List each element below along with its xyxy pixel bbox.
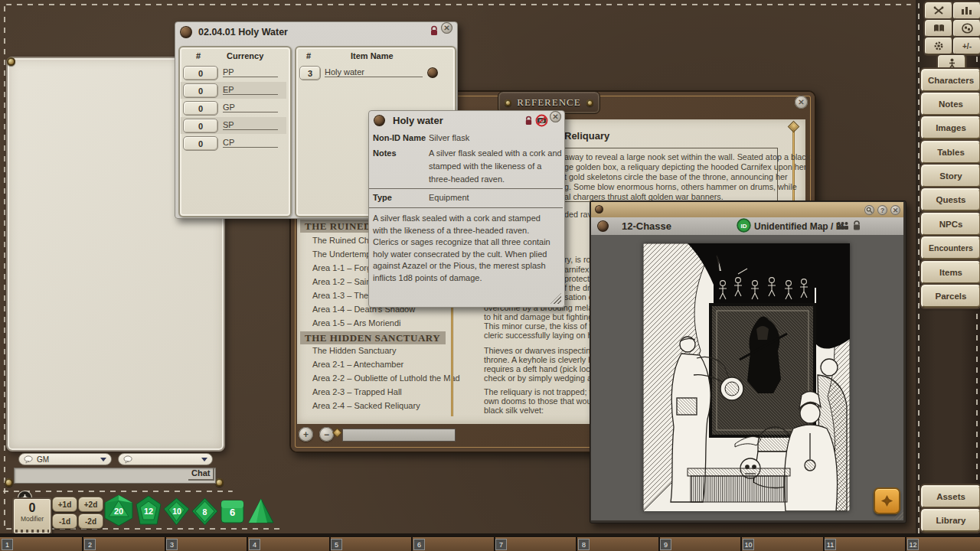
toolbar-modifiers-button[interactable]: +/- — [953, 37, 980, 54]
hotbar-slot[interactable]: 6 — [413, 539, 425, 550]
toc-section-ruined[interactable]: THE RUINED — [305, 220, 371, 233]
sidebar-item-images[interactable]: Images — [921, 116, 980, 139]
hotbar-slot[interactable]: 2 — [84, 539, 96, 550]
non-id-name-value[interactable]: Silver flask — [429, 133, 469, 142]
toolbar-book-button[interactable] — [925, 20, 952, 37]
chat-speaker-dropdown[interactable]: GM — [18, 453, 112, 465]
die-d6[interactable]: 6 — [220, 500, 244, 527]
chat-send-label[interactable]: Chat — [188, 468, 214, 481]
remove-two-dice-button[interactable]: -2d — [78, 514, 103, 529]
modifier-box[interactable]: 0 Modifier — [12, 497, 52, 535]
lock-icon[interactable] — [430, 25, 439, 39]
hotbar-slot[interactable]: 3 — [166, 539, 178, 550]
notes-value-line[interactable]: stamped with the likeness of a — [429, 161, 541, 171]
zoom-out-button[interactable]: − — [319, 427, 334, 442]
lock-icon[interactable] — [852, 220, 861, 234]
die-d4[interactable] — [247, 497, 275, 529]
reliquary-engraving[interactable] — [643, 243, 850, 511]
toc-item[interactable]: The Hidden Sanctuary — [312, 346, 396, 355]
toc-item[interactable]: Area 2-2 – Oubliette of Luthold the Mad — [312, 373, 460, 383]
item-qty-field[interactable]: 3 — [299, 66, 321, 80]
toolbar-tools-button[interactable] — [925, 2, 952, 19]
sidebar-item-story[interactable]: Story — [921, 165, 980, 187]
sidebar-item-characters[interactable]: Characters — [921, 69, 980, 92]
toolbar-dice-tower-button[interactable] — [953, 20, 980, 37]
hotbar-slot[interactable]: 1 — [2, 539, 13, 550]
hotbar-separator — [82, 537, 83, 551]
remove-die-button[interactable]: -1d — [52, 514, 77, 529]
image-zoom-tool-icon[interactable] — [864, 205, 874, 215]
toc-item[interactable]: Area 2-4 – Sacked Reliquary — [312, 401, 420, 410]
sidebar-item-npcs[interactable]: NPCs — [921, 213, 980, 236]
readaloud-line: away to reveal a large nook set within t… — [564, 152, 810, 161]
image-help-icon[interactable]: ? — [877, 205, 887, 215]
currency-qty-field[interactable]: 0 — [183, 66, 218, 80]
image-close-icon[interactable]: ✕ — [890, 205, 900, 215]
hotbar-slot[interactable]: 11 — [825, 539, 836, 550]
notes-value-line[interactable]: A silver flask sealed with a cork and — [429, 148, 562, 158]
currency-qty-field[interactable]: 0 — [183, 119, 218, 133]
chat-identity-dropdown[interactable] — [118, 453, 213, 465]
parcel-window-knob[interactable] — [180, 26, 192, 38]
sidebar-item-assets[interactable]: Assets — [921, 485, 980, 508]
fit-image-button[interactable] — [874, 487, 900, 514]
players-icon[interactable] — [836, 220, 849, 234]
svg-text:10: 10 — [172, 507, 181, 516]
sidebar-item-tables[interactable]: Tables — [921, 141, 980, 164]
svg-text:6: 6 — [230, 507, 235, 518]
hotbar-slot[interactable]: 4 — [249, 539, 260, 550]
toolbar-effects-button[interactable] — [953, 2, 980, 19]
image-frame-knob[interactable] — [595, 205, 603, 214]
toc-section-hidden[interactable]: THE HIDDEN SANCTUARY — [305, 332, 440, 344]
id-badge-icon[interactable]: ID — [737, 218, 751, 236]
notes-value-line[interactable]: three-headed raven. — [429, 174, 505, 184]
sidebar-item-encounters[interactable]: Encounters — [921, 236, 980, 259]
sidebar-item-library[interactable]: Library — [921, 509, 980, 532]
toc-item[interactable]: Area 2-1 – Antechamber — [312, 360, 403, 369]
reference-close-icon[interactable]: ✕ — [795, 96, 808, 109]
lock-icon[interactable] — [524, 115, 533, 129]
image-window-knob[interactable] — [597, 220, 609, 232]
sidebar-item-notes[interactable]: Notes — [921, 93, 980, 116]
hotbar-slot[interactable]: 8 — [578, 539, 590, 550]
hotbar-slot[interactable]: 10 — [743, 539, 754, 550]
sidebar-item-parcels[interactable]: Parcels — [921, 285, 980, 308]
sidebar-item-items[interactable]: Items — [921, 261, 980, 284]
toc-item[interactable]: Area 2-3 – Trapped Hall — [312, 387, 402, 396]
hotbar-slot[interactable]: 5 — [331, 539, 342, 550]
chat-entry-box[interactable] — [14, 468, 216, 484]
unidentified-toggle-icon[interactable]: ID — [535, 114, 548, 130]
toolbar-options-button[interactable] — [925, 37, 952, 54]
currency-label[interactable]: EP — [223, 85, 278, 95]
currency-qty-field[interactable]: 0 — [183, 101, 218, 116]
add-two-dice-button[interactable]: +2d — [78, 497, 103, 512]
currency-label[interactable]: CP — [223, 138, 278, 148]
die-d8[interactable]: 8 — [191, 497, 218, 529]
currency-qty-field[interactable]: 0 — [183, 83, 218, 98]
add-die-button[interactable]: +1d — [52, 497, 77, 512]
currency-label[interactable]: PP — [223, 67, 278, 77]
currency-qty-field[interactable]: 0 — [183, 136, 218, 151]
reference-scrollbar[interactable] — [342, 429, 456, 442]
type-value[interactable]: Equipment — [429, 193, 469, 202]
item-link-knob[interactable] — [427, 67, 438, 78]
item-description[interactable]: A silver flask sealed with a cork and st… — [373, 213, 557, 284]
die-d20[interactable]: 20 — [103, 494, 135, 530]
hotbar-slot[interactable]: 9 — [660, 539, 671, 550]
currency-label[interactable]: SP — [223, 120, 278, 130]
hotbar-slot[interactable]: 12 — [907, 539, 919, 550]
hotbar-separator — [576, 537, 577, 551]
grommet — [7, 57, 15, 66]
currency-label[interactable]: GP — [223, 103, 278, 112]
sidebar-item-quests[interactable]: Quests — [921, 188, 980, 211]
item-window-knob[interactable] — [374, 115, 385, 126]
parcel-close-icon[interactable]: ✕ — [441, 22, 452, 34]
hotbar-slot[interactable]: 7 — [495, 539, 507, 550]
crossed-tools-icon — [933, 6, 944, 15]
die-d12[interactable]: 12 — [133, 495, 164, 529]
zoom-in-button[interactable]: + — [299, 427, 313, 442]
die-d10[interactable]: 10 — [162, 497, 191, 529]
toc-item[interactable]: Area 1-5 – Ars Moriendi — [312, 318, 401, 328]
item-close-icon[interactable]: ✕ — [550, 111, 561, 122]
item-name-field[interactable]: Holy water — [325, 67, 423, 77]
